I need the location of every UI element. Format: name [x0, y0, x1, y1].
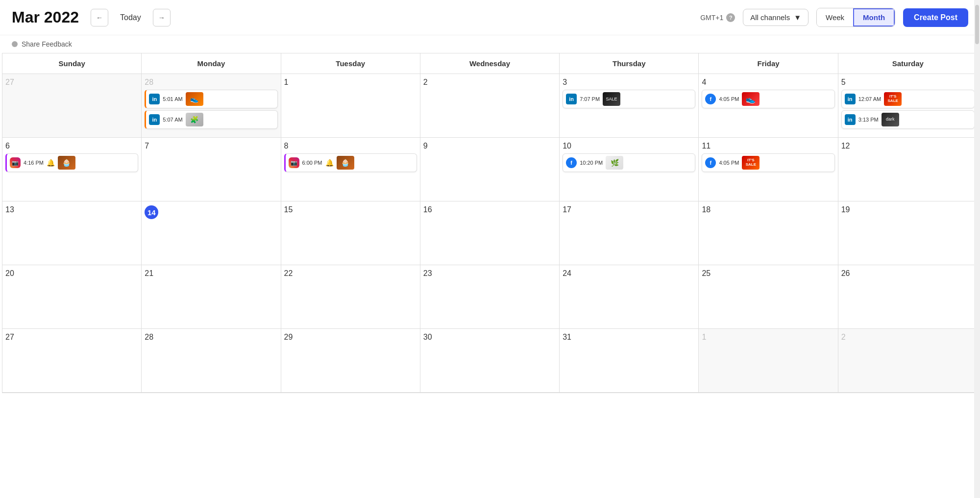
- list-item[interactable]: in 3:13 PM dark: [841, 110, 975, 129]
- list-item[interactable]: in 7:07 PM SALE: [563, 90, 695, 108]
- calendar-cell-apr1: 1: [699, 329, 838, 393]
- facebook-icon: f: [705, 94, 716, 104]
- calendar-cell-mar29: 29: [281, 329, 420, 393]
- date-number: 9: [423, 142, 556, 150]
- event-time: 7:07 PM: [580, 96, 600, 102]
- today-indicator: 14: [145, 205, 158, 219]
- date-number: 24: [563, 269, 695, 278]
- event-time: 6:00 PM: [302, 160, 322, 166]
- event-thumbnail: IT'S SALE: [884, 92, 902, 106]
- date-number: 3: [563, 78, 695, 87]
- calendar-cell-mar20: 20: [2, 265, 142, 329]
- date-number: 2: [841, 333, 975, 342]
- event-thumbnail: dark: [882, 113, 899, 126]
- list-item[interactable]: 📷 6:00 PM 🔔 🧁: [284, 153, 417, 172]
- date-number: 28: [145, 78, 277, 87]
- calendar-cell-mar15: 15: [281, 201, 420, 265]
- linkedin-icon: in: [845, 94, 856, 104]
- calendar-cell-mar19: 19: [838, 201, 978, 265]
- calendar-cell-mar10: 10 f 10:20 PM 🌿: [560, 138, 699, 201]
- calendar-cell-feb28: 28 in 5:01 AM 👟 in 5:07 AM 🧩: [142, 74, 281, 138]
- date-number: 2: [423, 78, 556, 87]
- next-button[interactable]: →: [153, 9, 171, 26]
- list-item[interactable]: f 4:05 PM 👟: [702, 90, 834, 108]
- date-number: 23: [423, 269, 556, 278]
- date-number: 22: [284, 269, 417, 278]
- date-number: 29: [284, 333, 417, 342]
- date-number: 7: [145, 142, 277, 150]
- feedback-bar[interactable]: Share Feedback: [0, 35, 980, 53]
- calendar-cell-apr2: 2: [838, 329, 978, 393]
- instagram-icon: 📷: [289, 157, 299, 168]
- date-number: 30: [423, 333, 556, 342]
- date-number: 21: [145, 269, 277, 278]
- date-number: 19: [841, 205, 975, 214]
- date-number: 1: [702, 333, 834, 342]
- event-thumbnail: 🧁: [58, 156, 75, 170]
- calendar-cell-mar25: 25: [699, 265, 838, 329]
- calendar-cell-mar13: 13: [2, 201, 142, 265]
- list-item[interactable]: in 5:07 AM 🧩: [145, 110, 277, 129]
- date-number: 14: [145, 205, 277, 219]
- calendar-cell-mar31: 31: [560, 329, 699, 393]
- calendar-cell-mar2: 2: [420, 74, 560, 138]
- event-thumbnail: 👟: [742, 92, 760, 106]
- month-view-button[interactable]: Month: [853, 8, 895, 26]
- today-button[interactable]: Today: [116, 10, 145, 25]
- calendar-cell-mar8: 8 📷 6:00 PM 🔔 🧁: [281, 138, 420, 201]
- event-thumbnail: 🧩: [186, 113, 203, 126]
- list-item[interactable]: in 5:01 AM 👟: [145, 90, 277, 108]
- event-thumbnail: 🌿: [606, 156, 623, 170]
- prev-button[interactable]: ←: [91, 9, 108, 26]
- feedback-dot-icon: [12, 41, 18, 47]
- calendar-cell-mar14: 14: [142, 201, 281, 265]
- bell-icon: 🔔: [325, 159, 334, 167]
- calendar: Sunday Monday Tuesday Wednesday Thursday…: [2, 53, 978, 393]
- list-item[interactable]: 📷 4:16 PM 🔔 🧁: [5, 153, 138, 172]
- calendar-cell-mar12: 12: [838, 138, 978, 201]
- date-number: 26: [841, 269, 975, 278]
- calendar-cell-mar7: 7: [142, 138, 281, 201]
- date-number: 27: [5, 333, 138, 342]
- calendar-cell-mar3: 3 in 7:07 PM SALE: [560, 74, 699, 138]
- calendar-grid: 27 28 in 5:01 AM 👟 in 5:07 AM 🧩 1 2 3 in: [2, 74, 978, 393]
- create-post-button[interactable]: Create Post: [903, 8, 968, 27]
- scrollbar-thumb[interactable]: [975, 5, 979, 44]
- instagram-icon: 📷: [10, 157, 21, 168]
- header-thursday: Thursday: [560, 53, 699, 74]
- calendar-cell-feb27: 27: [2, 74, 142, 138]
- calendar-cell-mar28: 28: [142, 329, 281, 393]
- date-number: 28: [145, 333, 277, 342]
- help-icon[interactable]: ?: [726, 13, 735, 22]
- week-view-button[interactable]: Week: [817, 8, 853, 26]
- list-item[interactable]: f 10:20 PM 🌿: [563, 153, 695, 172]
- event-time: 4:16 PM: [24, 160, 44, 166]
- list-item[interactable]: in 12:07 AM IT'S SALE: [841, 90, 975, 108]
- calendar-cell-mar22: 22: [281, 265, 420, 329]
- channels-dropdown[interactable]: All channels ▼: [743, 9, 808, 26]
- date-number: 6: [5, 142, 138, 150]
- calendar-cell-mar21: 21: [142, 265, 281, 329]
- event-thumbnail: 🧁: [337, 156, 354, 170]
- chevron-down-icon: ▼: [794, 13, 801, 22]
- scrollbar-track[interactable]: [974, 0, 980, 393]
- event-time: 5:01 AM: [163, 96, 182, 102]
- calendar-cell-mar23: 23: [420, 265, 560, 329]
- calendar-cell-mar26: 26: [838, 265, 978, 329]
- linkedin-icon: in: [149, 94, 160, 104]
- timezone-label: GMT+1 ?: [700, 13, 735, 22]
- event-time: 4:05 PM: [719, 96, 739, 102]
- date-number: 11: [702, 142, 834, 150]
- date-number: 17: [563, 205, 695, 214]
- date-number: 31: [563, 333, 695, 342]
- event-time: 3:13 PM: [858, 117, 879, 123]
- header-wednesday: Wednesday: [420, 53, 560, 74]
- date-number: 15: [284, 205, 417, 214]
- calendar-cell-mar6: 6 📷 4:16 PM 🔔 🧁: [2, 138, 142, 201]
- header-friday: Friday: [699, 53, 838, 74]
- calendar-cell-mar4: 4 f 4:05 PM 👟: [699, 74, 838, 138]
- list-item[interactable]: f 4:05 PM IT'S SALE: [702, 153, 834, 172]
- event-thumbnail: 👟: [186, 92, 203, 106]
- event-time: 10:20 PM: [580, 160, 603, 166]
- calendar-cell-mar17: 17: [560, 201, 699, 265]
